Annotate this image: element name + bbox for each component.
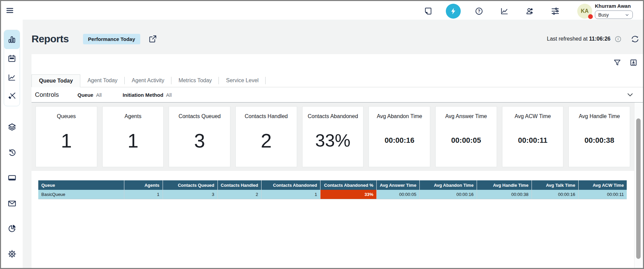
bar-chart-icon [7, 35, 16, 44]
kpi-card-contacts-abandoned: Contacts Abandoned 33% [302, 106, 364, 167]
content-area: Reports Performance Today Last refreshed… [23, 20, 643, 268]
status-dot [588, 14, 593, 19]
sidebar-item-layers[interactable] [5, 120, 19, 134]
kpi-card-queues: Queues 1 [36, 106, 97, 167]
kpi-card-contacts-handled: Contacts Handled 2 [235, 106, 297, 167]
tab-service-level[interactable]: Service Level [219, 74, 266, 87]
kpi-card-agents: Agents 1 [102, 106, 164, 167]
cell-contacts-handled: 2 [217, 190, 262, 199]
sidebar-item-pie-reports[interactable] [5, 222, 19, 235]
cell-avg-answer-time: 00:00:05 [377, 190, 420, 199]
notes-icon[interactable] [424, 7, 433, 16]
initiation-method-filter[interactable]: Initiation Method All [123, 92, 172, 98]
layers-icon [7, 122, 17, 132]
svg-text:?: ? [478, 9, 480, 14]
col-avg-handle-time: Avg Handle Time [477, 180, 532, 190]
cell-contacts-abandoned: 1 [262, 190, 320, 199]
queue-metrics-table: Queue Agents Contacts Queued Contacts Ha… [38, 180, 627, 199]
sidebar-item-design-tools[interactable] [4, 87, 20, 106]
col-contacts-abandoned: Contacts Abandoned [262, 180, 320, 190]
table-row[interactable]: BasicQueue 1 3 2 1 33% 00:00:05 00:00:16… [38, 190, 627, 199]
col-queue: Queue [38, 180, 124, 190]
panel-tools [613, 59, 638, 67]
tab-bar: Queue Today Agent Today Agent Activity M… [32, 74, 643, 87]
tab-metrics-today[interactable]: Metrics Today [171, 74, 219, 87]
avatar[interactable]: KA [577, 4, 592, 19]
sidebar-item-mail[interactable] [5, 197, 19, 210]
status-select-value: Busy [598, 12, 609, 18]
settings-sliders-icon[interactable] [551, 7, 560, 16]
col-avg-answer-time: Avg Answer Time [377, 180, 420, 190]
tab-agent-activity[interactable]: Agent Activity [125, 74, 171, 87]
design-tools-icon [7, 92, 16, 101]
cell-contacts-abandoned-pct: 33% [320, 190, 377, 199]
kpi-card-avg-abandon-time: Avg Abandon Time 00:00:16 [369, 106, 430, 167]
cell-avg-abandon-time: 00:00:16 [419, 190, 477, 199]
svg-text:i: i [618, 37, 619, 41]
cell-avg-handle-time: 00:00:38 [477, 190, 532, 199]
cell-agents: 1 [124, 190, 163, 199]
refresh-area: Last refreshed at 11:06:26 i [547, 35, 640, 44]
status-select[interactable]: Busy [595, 10, 633, 19]
col-agents: Agents [124, 180, 163, 190]
sidebar-item-settings[interactable] [5, 247, 19, 261]
window-icon [7, 173, 17, 182]
tab-queue-today[interactable]: Queue Today [32, 74, 80, 87]
avatar-initials: KA [581, 8, 588, 14]
help-icon[interactable]: ? [475, 7, 483, 16]
kpi-card-avg-acw-time: Avg ACW Time 00:00:11 [502, 106, 564, 167]
page-header: Reports Performance Today Last refreshed… [32, 28, 643, 49]
table-header-row: Queue Agents Contacts Queued Contacts Ha… [38, 180, 627, 190]
kpi-card-avg-handle-time: Avg Handle Time 00:00:38 [568, 106, 630, 167]
queue-filter[interactable]: Queue All [78, 92, 102, 98]
col-contacts-queued: Contacts Queued [163, 180, 217, 190]
pie-chart-icon [7, 224, 17, 233]
metrics-chart-icon[interactable] [500, 7, 509, 16]
tab-agent-today[interactable]: Agent Today [80, 74, 125, 87]
calendar-icon [7, 54, 16, 63]
kpi-card-contacts-queued: Contacts Queued 3 [169, 106, 230, 167]
line-chart-icon [7, 73, 16, 82]
collapse-chevron-icon[interactable] [626, 91, 634, 99]
cell-avg-talk-time: 00:00:16 [532, 190, 578, 199]
col-contacts-abandoned-pct: Contacts Abandoned % [320, 180, 377, 190]
refresh-icon[interactable] [630, 35, 640, 44]
download-icon[interactable] [629, 59, 638, 67]
kpi-card-avg-answer-time: Avg Answer Time 00:00:05 [435, 106, 497, 167]
sidebar-item-history[interactable] [5, 145, 19, 159]
gear-icon [7, 249, 17, 259]
app-window: ? KA [0, 0, 644, 269]
history-icon [7, 148, 17, 157]
cell-avg-acw-time: 00:00:11 [578, 190, 627, 199]
sidebar [1, 20, 23, 268]
agents-icon[interactable] [525, 7, 534, 16]
col-avg-talk-time: Avg Talk Time [532, 180, 578, 190]
mail-icon [7, 199, 17, 208]
last-refreshed-text: Last refreshed at 11:06:26 [547, 36, 610, 42]
kpi-cards-strip: Queues 1 Agents 1 Contacts Queued 3 Cont… [32, 103, 634, 171]
last-refreshed-time: 11:06:26 [589, 36, 610, 42]
top-bar: ? KA [1, 1, 643, 20]
sidebar-item-historical-metrics[interactable] [4, 68, 20, 87]
sidebar-item-window[interactable] [5, 171, 19, 184]
sidebar-item-scheduled-reports[interactable] [4, 49, 20, 68]
filter-icon[interactable] [613, 59, 621, 67]
external-link-icon[interactable] [148, 35, 157, 43]
controls-row: Controls Queue All Initiation Method All [32, 87, 643, 103]
col-contacts-handled: Contacts Handled [217, 180, 262, 190]
sidebar-reports-group [4, 30, 20, 106]
sidebar-item-realtime-reports[interactable] [4, 30, 20, 49]
hamburger-menu-icon[interactable] [5, 6, 14, 15]
col-avg-abandon-time: Avg Abandon Time [419, 180, 477, 190]
cell-queue: BasicQueue [38, 190, 124, 199]
user-name: Khurram Awan [595, 3, 631, 9]
page-title: Reports [32, 33, 69, 45]
realtime-metrics-icon[interactable] [446, 4, 461, 19]
cell-contacts-queued: 3 [163, 190, 217, 199]
report-panel: Queue Today Agent Today Agent Activity M… [32, 54, 643, 268]
info-icon[interactable]: i [615, 36, 622, 43]
scrollbar-thumb[interactable] [636, 118, 641, 259]
chevron-down-icon [625, 13, 629, 17]
col-avg-acw-time: Avg ACW Time [578, 180, 627, 190]
report-badge: Performance Today [83, 34, 140, 44]
